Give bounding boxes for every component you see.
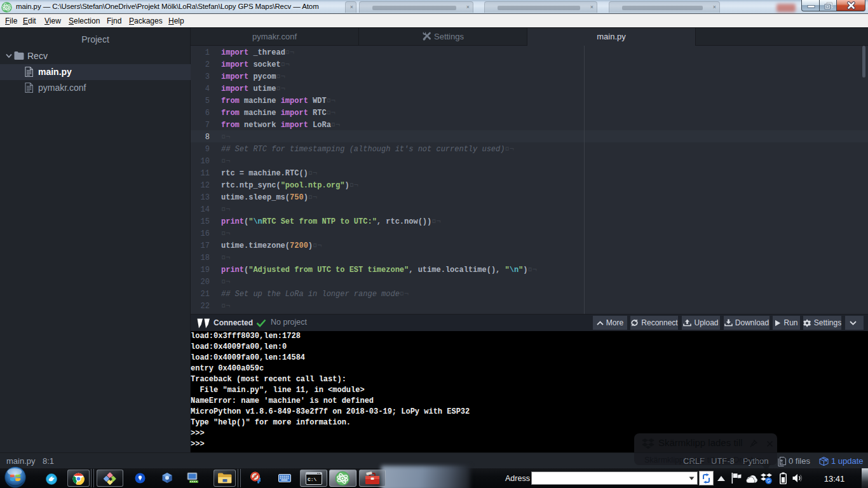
svg-text:C:\: C:\ [308, 477, 317, 482]
